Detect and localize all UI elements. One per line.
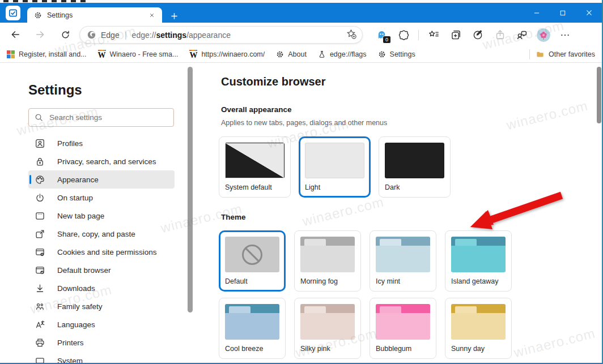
theme-swatch bbox=[300, 304, 355, 340]
bookmark-item[interactable]: About bbox=[276, 50, 307, 58]
toolbar: Edge | edge://settings/appearance 0 bbox=[0, 23, 602, 46]
share-copy-icon bbox=[35, 229, 45, 239]
theme-card-default[interactable]: Default bbox=[219, 230, 286, 292]
gear-icon bbox=[276, 50, 284, 58]
overall-appearance-heading: Overall appearance bbox=[221, 105, 595, 114]
sidebar-item-default-browser[interactable]: Default browser bbox=[28, 261, 175, 279]
bookmarks-bar: Register, install and... W Winaero - Fre… bbox=[0, 46, 602, 63]
appearance-card-system-default[interactable]: System default bbox=[219, 136, 291, 198]
sidebar-item-printers[interactable]: Printers bbox=[28, 333, 175, 352]
lock-icon bbox=[35, 157, 45, 166]
download-icon bbox=[35, 284, 45, 293]
appearance-swatch bbox=[385, 143, 444, 178]
power-icon bbox=[35, 193, 45, 203]
theme-swatch bbox=[300, 237, 355, 272]
browser-tab-settings[interactable]: Settings bbox=[27, 7, 162, 23]
sidebar-item-new-tab-page[interactable]: New tab page bbox=[28, 207, 175, 225]
maximize-button[interactable] bbox=[550, 3, 576, 23]
bookmark-item[interactable]: W https://winaero.com/ bbox=[189, 50, 265, 59]
overall-appearance-subtitle: Applies to new tabs, pages, dialogs and … bbox=[221, 119, 595, 127]
family-icon bbox=[35, 302, 45, 311]
languages-icon bbox=[35, 320, 45, 329]
profile-avatar[interactable] bbox=[537, 28, 550, 42]
bookmark-item[interactable]: Register, install and... bbox=[7, 50, 87, 58]
new-tab-page-icon bbox=[35, 211, 45, 221]
extension-badge: 0 bbox=[383, 36, 391, 44]
theme-card-sunny-day[interactable]: Sunny day bbox=[445, 298, 512, 359]
flask-icon bbox=[318, 50, 326, 58]
share-icon[interactable] bbox=[492, 28, 507, 42]
theme-card-silky-pink[interactable]: Silky pink bbox=[294, 298, 361, 359]
sidebar-item-cookies[interactable]: Cookies and site permissions bbox=[28, 243, 175, 261]
more-menu-icon[interactable] bbox=[558, 28, 572, 42]
sidebar-item-appearance[interactable]: Appearance bbox=[28, 170, 175, 189]
appearance-swatch bbox=[225, 143, 284, 178]
search-input[interactable] bbox=[49, 113, 157, 122]
sidebar-scrollbar[interactable] bbox=[188, 67, 193, 363]
address-bar[interactable]: Edge | edge://settings/appearance bbox=[79, 26, 363, 44]
ghost-extension-icon[interactable]: 0 bbox=[374, 28, 389, 42]
forward-icon[interactable] bbox=[32, 26, 49, 43]
url-text: edge://settings/appearance bbox=[132, 31, 231, 40]
sidebar-item-system[interactable]: System bbox=[28, 352, 175, 364]
sidebar-item-downloads[interactable]: Downloads bbox=[28, 279, 175, 297]
sidebar-item-family-safety[interactable]: Family safety bbox=[28, 297, 175, 315]
bookmarks-separator bbox=[529, 49, 530, 59]
toolbar-separator bbox=[418, 30, 419, 40]
theme-swatch bbox=[225, 304, 279, 340]
appearance-card-light[interactable]: Light bbox=[299, 136, 371, 198]
theme-card-morning-fog[interactable]: Morning fog bbox=[294, 230, 361, 292]
sidebar-nav: Profiles Privacy, search, and services A… bbox=[28, 134, 175, 364]
appearance-swatch bbox=[305, 143, 364, 178]
refresh-icon[interactable] bbox=[57, 26, 74, 43]
sidebar-item-profiles[interactable]: Profiles bbox=[28, 134, 175, 152]
bookmark-item[interactable]: Settings bbox=[378, 50, 415, 58]
sidebar-scrollbar-thumb[interactable] bbox=[188, 67, 193, 312]
settings-search-box[interactable] bbox=[28, 108, 174, 127]
theme-card-bubblegum[interactable]: Bubblegum bbox=[370, 298, 436, 359]
main-scrollbar-thumb[interactable] bbox=[597, 67, 601, 123]
tab-close-icon[interactable] bbox=[146, 10, 158, 21]
theme-card-cool-breeze[interactable]: Cool breeze bbox=[219, 298, 286, 359]
theme-swatch bbox=[451, 237, 506, 272]
feedback-bubbles-icon[interactable] bbox=[515, 28, 529, 42]
collections-icon[interactable] bbox=[448, 28, 463, 42]
theme-swatch bbox=[225, 237, 279, 272]
add-favorite-icon[interactable] bbox=[346, 29, 356, 41]
profile-icon bbox=[35, 139, 45, 148]
titlebar: Settings bbox=[0, 3, 602, 23]
folder-icon bbox=[536, 50, 545, 58]
gear-icon bbox=[34, 11, 42, 19]
theme-card-icy-mint[interactable]: Icy mint bbox=[370, 230, 436, 292]
workspace-icon[interactable] bbox=[6, 6, 20, 20]
favorites-icon[interactable] bbox=[426, 28, 441, 42]
theme-swatch bbox=[376, 304, 430, 340]
main-scrollbar[interactable] bbox=[597, 67, 601, 361]
sidebar-item-share-copy-paste[interactable]: Share, copy, and paste bbox=[28, 225, 175, 243]
close-button[interactable] bbox=[576, 3, 602, 23]
red-annotation-arrow bbox=[464, 189, 567, 233]
appearance-card-dark[interactable]: Dark bbox=[379, 136, 451, 198]
sidebar-item-privacy[interactable]: Privacy, search, and services bbox=[28, 152, 175, 170]
default-browser-icon bbox=[35, 265, 45, 275]
sidebar-item-languages[interactable]: Languages bbox=[28, 315, 175, 333]
edge-logo-icon bbox=[87, 30, 96, 40]
winaero-w-icon: W bbox=[98, 50, 106, 59]
web-capture-icon[interactable] bbox=[470, 28, 485, 42]
back-icon[interactable] bbox=[7, 26, 24, 43]
extensions-puzzle-icon[interactable] bbox=[396, 28, 411, 42]
sidebar-item-on-startup[interactable]: On startup bbox=[28, 189, 175, 207]
bookmark-item[interactable]: W Winaero - Free sma... bbox=[98, 50, 179, 59]
cutoff-text-marks bbox=[3, 0, 88, 2]
theme-card-island-getaway[interactable]: Island getaway bbox=[445, 230, 512, 292]
theme-options: Default Morning fog Icy mint Island geta… bbox=[219, 230, 528, 359]
extension-row: 0 bbox=[374, 26, 572, 44]
bookmark-item[interactable]: edge://flags bbox=[318, 50, 367, 58]
page-title: Customize browser bbox=[221, 75, 595, 88]
other-favorites-button[interactable]: Other favorites bbox=[536, 50, 595, 58]
site-engine-label: Edge bbox=[101, 31, 120, 40]
printer-icon bbox=[35, 338, 45, 348]
gear-icon bbox=[378, 50, 386, 58]
minimize-button[interactable] bbox=[524, 3, 550, 23]
new-tab-button[interactable] bbox=[168, 10, 180, 22]
